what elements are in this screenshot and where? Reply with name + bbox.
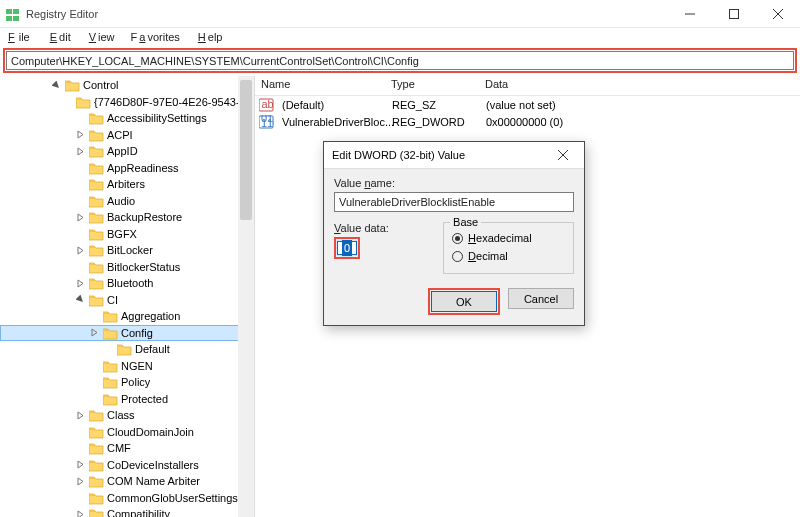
tree-item[interactable]: AppReadiness bbox=[0, 160, 254, 177]
tree-item[interactable]: Policy bbox=[0, 374, 254, 391]
radio-dot-icon bbox=[452, 233, 463, 244]
column-name[interactable]: Name bbox=[255, 76, 385, 95]
cancel-button[interactable]: Cancel bbox=[508, 288, 574, 309]
tree-item-label: AppReadiness bbox=[107, 160, 179, 177]
expand-icon[interactable] bbox=[76, 460, 89, 469]
expand-icon[interactable] bbox=[90, 328, 103, 337]
expand-icon[interactable] bbox=[76, 411, 89, 420]
folder-icon bbox=[117, 342, 132, 356]
folder-icon bbox=[76, 95, 91, 109]
base-label: Base bbox=[450, 216, 481, 228]
tree-item[interactable]: ACPI bbox=[0, 127, 254, 144]
folder-icon bbox=[89, 128, 104, 142]
tree-item[interactable]: Protected bbox=[0, 391, 254, 408]
expand-icon[interactable] bbox=[76, 147, 89, 156]
expand-icon[interactable] bbox=[76, 477, 89, 486]
svg-rect-10 bbox=[730, 9, 739, 18]
tree-item-label: Protected bbox=[121, 391, 168, 408]
close-button[interactable] bbox=[756, 0, 800, 28]
tree-item[interactable]: AccessibilitySettings bbox=[0, 110, 254, 127]
tree-item[interactable]: CMF bbox=[0, 440, 254, 457]
tree-item[interactable]: BitlockerStatus bbox=[0, 259, 254, 276]
value-name: (Default) bbox=[276, 99, 386, 111]
tree-item-label: COM Name Arbiter bbox=[107, 473, 200, 490]
expand-icon[interactable] bbox=[52, 81, 65, 90]
value-row[interactable]: VulnerableDriverBloc...REG_DWORD0x000000… bbox=[255, 113, 800, 130]
expand-icon[interactable] bbox=[76, 295, 89, 304]
value-data-field[interactable]: 0 bbox=[337, 241, 357, 255]
folder-icon bbox=[89, 293, 104, 307]
column-type[interactable]: Type bbox=[385, 76, 479, 95]
folder-icon bbox=[89, 144, 104, 158]
tree-item[interactable]: CoDeviceInstallers bbox=[0, 457, 254, 474]
tree-item[interactable]: Config bbox=[0, 325, 254, 342]
folder-icon bbox=[89, 491, 104, 505]
tree-item[interactable]: Compatibility bbox=[0, 506, 254, 517]
value-name-field[interactable] bbox=[334, 192, 574, 212]
tree-item-label: Policy bbox=[121, 374, 150, 391]
folder-icon bbox=[89, 161, 104, 175]
tree-item[interactable]: Class bbox=[0, 407, 254, 424]
tree-item[interactable]: Bluetooth bbox=[0, 275, 254, 292]
tree-item[interactable]: COM Name Arbiter bbox=[0, 473, 254, 490]
tree-item-label: CoDeviceInstallers bbox=[107, 457, 199, 474]
tree-item[interactable]: NGEN bbox=[0, 358, 254, 375]
menu-file[interactable]: File bbox=[4, 30, 34, 44]
folder-icon bbox=[89, 194, 104, 208]
tree-item[interactable]: CommonGlobUserSettings bbox=[0, 490, 254, 507]
folder-icon bbox=[89, 425, 104, 439]
maximize-button[interactable] bbox=[712, 0, 756, 28]
dialog-close-button[interactable] bbox=[548, 142, 578, 169]
folder-icon bbox=[89, 458, 104, 472]
tree-item[interactable]: Control bbox=[0, 77, 254, 94]
menu-view[interactable]: View bbox=[85, 30, 117, 44]
tree-item[interactable]: Audio bbox=[0, 193, 254, 210]
folder-icon bbox=[103, 392, 118, 406]
folder-icon bbox=[89, 408, 104, 422]
tree-item[interactable]: BitLocker bbox=[0, 242, 254, 259]
address-bar[interactable]: Computer\HKEY_LOCAL_MACHINE\SYSTEM\Curre… bbox=[6, 51, 794, 70]
tree-item[interactable]: CI bbox=[0, 292, 254, 309]
value-row[interactable]: (Default)REG_SZ(value not set) bbox=[255, 96, 800, 113]
ok-button[interactable]: OK bbox=[431, 291, 497, 312]
column-data[interactable]: Data bbox=[479, 76, 800, 95]
menu-edit[interactable]: Edit bbox=[46, 30, 73, 44]
tree-item[interactable]: CloudDomainJoin bbox=[0, 424, 254, 441]
folder-icon bbox=[89, 243, 104, 257]
tree-item[interactable]: Default bbox=[0, 341, 254, 358]
tree-item[interactable]: AppID bbox=[0, 143, 254, 160]
expand-icon[interactable] bbox=[76, 213, 89, 222]
minimize-button[interactable] bbox=[668, 0, 712, 28]
tree-item-label: Bluetooth bbox=[107, 275, 153, 292]
radio-decimal[interactable]: Decimal bbox=[452, 247, 565, 265]
tree-item-label: Default bbox=[135, 341, 170, 358]
tree-item-label: Compatibility bbox=[107, 506, 170, 517]
radio-hexadecimal[interactable]: Hexadecimal bbox=[452, 229, 565, 247]
tree-item[interactable]: Aggregation bbox=[0, 308, 254, 325]
folder-icon bbox=[89, 111, 104, 125]
expand-icon[interactable] bbox=[76, 246, 89, 255]
expand-icon[interactable] bbox=[76, 510, 89, 517]
tree-item[interactable]: BGFX bbox=[0, 226, 254, 243]
value-data: (value not set) bbox=[480, 99, 800, 111]
menu-favorites[interactable]: Favorites bbox=[129, 30, 182, 44]
value-type-icon bbox=[259, 98, 274, 112]
tree-item-label: CMF bbox=[107, 440, 131, 457]
expand-icon[interactable] bbox=[76, 279, 89, 288]
folder-icon bbox=[89, 507, 104, 517]
folder-icon bbox=[103, 326, 118, 340]
value-name: VulnerableDriverBloc... bbox=[276, 116, 386, 128]
app-icon bbox=[6, 7, 20, 21]
tree-item[interactable]: BackupRestore bbox=[0, 209, 254, 226]
tree-item[interactable]: Arbiters bbox=[0, 176, 254, 193]
folder-icon bbox=[89, 260, 104, 274]
column-headers: Name Type Data bbox=[255, 76, 800, 96]
tree-item-label: Config bbox=[121, 325, 153, 342]
tree-scrollbar[interactable] bbox=[238, 76, 254, 517]
edit-dword-dialog: Edit DWORD (32-bit) Value Value name: Va… bbox=[323, 141, 585, 326]
tree-item[interactable]: {7746D80F-97E0-4E26-9543-26B bbox=[0, 94, 254, 111]
tree-item-label: CloudDomainJoin bbox=[107, 424, 194, 441]
expand-icon[interactable] bbox=[76, 130, 89, 139]
tree-item-label: BGFX bbox=[107, 226, 137, 243]
menu-help[interactable]: Help bbox=[194, 30, 225, 44]
